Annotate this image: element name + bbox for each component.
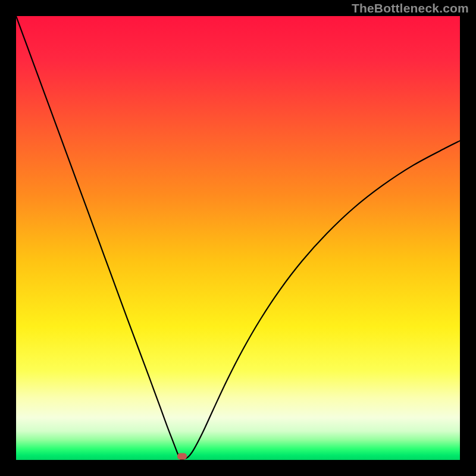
bottleneck-curve	[16, 16, 460, 460]
optimal-point-marker	[177, 453, 187, 460]
plot-area	[16, 16, 460, 460]
watermark-text: TheBottleneck.com	[352, 1, 469, 15]
chart-frame: TheBottleneck.com	[0, 0, 476, 476]
